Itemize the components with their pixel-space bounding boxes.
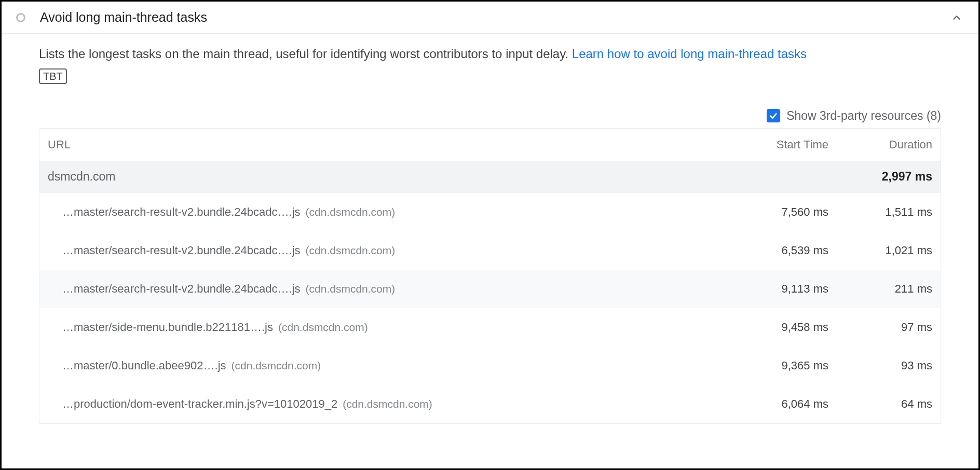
audit-body: Lists the longest tasks on the main thre… [2, 34, 978, 424]
row-url-path: …master/search-result-v2.bundle.24bcadc…… [62, 282, 301, 296]
row-start-time: 7,560 ms [725, 205, 828, 219]
status-circle-icon [16, 13, 25, 22]
description-text: Lists the longest tasks on the main thre… [39, 47, 572, 61]
tasks-table: URL Start Time Duration dsmcdn.com 2,997… [39, 128, 941, 424]
row-url-origin: (cdn.dsmcdn.com) [232, 360, 321, 372]
row-duration: 93 ms [828, 359, 932, 372]
audit-description: Lists the longest tasks on the main thre… [39, 45, 941, 63]
column-header-url: URL [48, 138, 725, 151]
table-rows-container: …master/search-result-v2.bundle.24bcadc…… [39, 193, 941, 423]
row-url-path: …master/search-result-v2.bundle.24bcadc…… [62, 244, 301, 257]
third-party-toggle-label: Show 3rd-party resources (8) [786, 109, 941, 123]
row-duration: 64 ms [828, 397, 932, 411]
row-url-path: …master/0.bundle.abee902….js [62, 359, 226, 372]
row-duration: 1,021 ms [828, 244, 932, 257]
audit-panel: Avoid long main-thread tasks Lists the l… [0, 0, 980, 470]
group-name: dsmcdn.com [48, 170, 725, 184]
row-start-time: 9,113 ms [725, 282, 828, 296]
table-row[interactable]: …master/0.bundle.abee902….js(cdn.dsmcdn.… [39, 347, 941, 385]
column-header-duration: Duration [828, 138, 932, 151]
row-start-time: 9,458 ms [725, 321, 828, 334]
row-url-path: …master/search-result-v2.bundle.24bcadc…… [62, 205, 301, 219]
learn-more-link[interactable]: Learn how to avoid long main-thread task… [572, 47, 807, 61]
row-duration: 1,511 ms [828, 205, 932, 219]
table-row[interactable]: …master/search-result-v2.bundle.24bcadc…… [39, 193, 941, 231]
audit-title: Avoid long main-thread tasks [40, 10, 949, 25]
group-total-duration: 2,997 ms [828, 170, 932, 184]
table-row[interactable]: …master/search-result-v2.bundle.24bcadc…… [39, 270, 941, 308]
third-party-toggle-row: Show 3rd-party resources (8) [39, 109, 941, 123]
row-start-time: 6,064 ms [725, 397, 828, 411]
chevron-up-icon[interactable] [949, 10, 964, 25]
row-start-time: 6,539 ms [725, 244, 828, 257]
row-url-path: …production/dom-event-tracker.min.js?v=1… [62, 397, 337, 411]
row-duration: 211 ms [828, 282, 932, 296]
column-header-start: Start Time [725, 138, 828, 151]
table-header-row: URL Start Time Duration [39, 129, 941, 161]
row-start-time: 9,365 ms [725, 359, 828, 372]
table-group-row[interactable]: dsmcdn.com 2,997 ms [39, 161, 941, 193]
row-url-origin: (cdn.dsmcdn.com) [306, 206, 396, 218]
row-url-origin: (cdn.dsmcdn.com) [306, 283, 396, 295]
table-row[interactable]: …production/dom-event-tracker.min.js?v=1… [39, 385, 941, 423]
third-party-checkbox[interactable] [767, 109, 780, 122]
row-url-path: …master/side-menu.bundle.b221181….js [62, 321, 273, 334]
row-url-origin: (cdn.dsmcdn.com) [278, 321, 368, 334]
audit-header[interactable]: Avoid long main-thread tasks [2, 2, 978, 34]
tbt-badge: TBT [39, 68, 67, 84]
row-url-origin: (cdn.dsmcdn.com) [343, 398, 432, 410]
table-row[interactable]: …master/search-result-v2.bundle.24bcadc…… [39, 231, 941, 270]
table-row[interactable]: …master/side-menu.bundle.b221181….js(cdn… [39, 308, 941, 347]
row-url-origin: (cdn.dsmcdn.com) [306, 244, 396, 257]
row-duration: 97 ms [828, 321, 932, 334]
